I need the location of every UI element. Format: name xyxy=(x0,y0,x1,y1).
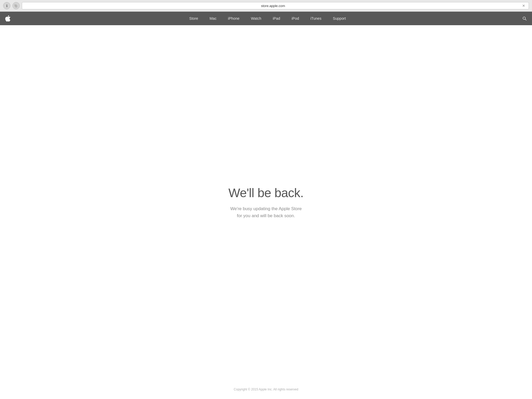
address-close-button[interactable]: ✕ xyxy=(521,3,526,8)
search-button[interactable] xyxy=(522,16,527,21)
nav-item-ipod[interactable]: iPod xyxy=(286,16,305,21)
browser-chrome: ℹ 🐘 store.apple.com ✕ xyxy=(0,0,532,12)
copyright-text: Copyright © 2015 Apple Inc. All rights r… xyxy=(5,388,527,391)
nav-item-mac[interactable]: Mac xyxy=(204,16,222,21)
url-text: store.apple.com xyxy=(25,4,521,8)
nav-item-itunes[interactable]: iTunes xyxy=(305,16,327,21)
close-icon: ✕ xyxy=(522,4,525,8)
info-icon: ℹ xyxy=(6,4,8,8)
info-button[interactable]: ℹ xyxy=(3,2,10,9)
page-footer: Copyright © 2015 Apple Inc. All rights r… xyxy=(0,380,532,399)
nav-item-watch[interactable]: Watch xyxy=(245,16,267,21)
subtext-line1: We're busy updating the Apple Store xyxy=(230,206,302,211)
nav-item-support[interactable]: Support xyxy=(327,16,351,21)
address-bar[interactable]: store.apple.com ✕ xyxy=(22,2,529,9)
nav-item-store[interactable]: Store xyxy=(184,16,204,21)
apple-navbar: Store Mac iPhone Watch iPad iPod iTunes … xyxy=(0,12,532,25)
apple-logo-icon xyxy=(5,15,10,22)
extension-button[interactable]: 🐘 xyxy=(12,2,20,9)
nav-item-ipad[interactable]: iPad xyxy=(267,16,286,21)
extension-icon: 🐘 xyxy=(14,4,18,8)
main-content: We'll be back. We're busy updating the A… xyxy=(0,25,532,380)
search-icon xyxy=(522,16,527,21)
nav-items-list: Store Mac iPhone Watch iPad iPod iTunes … xyxy=(13,16,522,21)
nav-item-iphone[interactable]: iPhone xyxy=(222,16,245,21)
svg-line-1 xyxy=(525,19,527,21)
apple-logo[interactable] xyxy=(5,15,10,22)
subtext-line2: for you and will be back soon. xyxy=(237,213,295,218)
maintenance-subtext: We're busy updating the Apple Store for … xyxy=(230,205,302,219)
svg-point-0 xyxy=(523,17,526,19)
maintenance-headline: We'll be back. xyxy=(228,186,303,200)
